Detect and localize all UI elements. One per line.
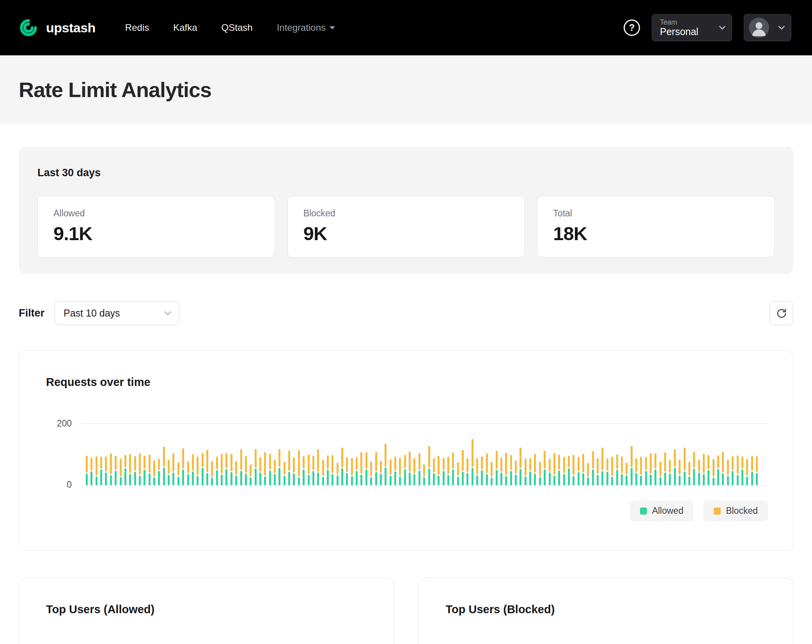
chart-bar <box>149 455 151 485</box>
chart-bar <box>553 453 555 485</box>
stat-card-allowed: Allowed 9.1K <box>37 196 275 257</box>
chart-bar <box>221 454 223 485</box>
chart-bar <box>163 446 165 485</box>
panel-title: Top Users (Allowed) <box>46 603 367 616</box>
requests-chart-card: Requests over time 200 0 Allowed Blocked <box>19 350 793 551</box>
chart-bar <box>563 457 565 485</box>
chart-bar <box>264 452 266 485</box>
stat-value: 18K <box>553 223 759 244</box>
chart-bar <box>177 462 179 485</box>
chart-bar <box>413 458 415 485</box>
stat-label: Total <box>553 208 759 219</box>
legend-allowed[interactable]: Allowed <box>630 501 694 521</box>
chart-bar <box>346 457 348 485</box>
panel-title: Top Users (Blocked) <box>446 603 766 616</box>
chart-bar <box>375 452 377 485</box>
chart-bar <box>486 453 488 485</box>
chart-bar <box>144 456 145 485</box>
nav-qstash[interactable]: QStash <box>222 22 253 33</box>
account-menu[interactable] <box>744 14 791 41</box>
chart-bar <box>187 461 189 485</box>
chart-bar <box>96 456 98 485</box>
chart-bar <box>390 459 392 485</box>
chart-bar <box>496 451 498 485</box>
chart-bar <box>216 456 218 485</box>
nav-integrations[interactable]: Integrations <box>277 22 335 33</box>
chart-bar <box>481 456 483 485</box>
chart-bar <box>635 458 637 485</box>
chart-bar <box>129 454 131 485</box>
chart-bar <box>732 456 734 485</box>
chart-bar <box>105 456 107 485</box>
time-range-select[interactable]: Past 10 days <box>55 301 179 325</box>
chart-bar <box>741 456 743 485</box>
chart-bar <box>202 453 204 485</box>
chart-bar <box>597 458 599 485</box>
refresh-button[interactable] <box>769 301 793 325</box>
top-nav: upstash Redis Kafka QStash Integrations … <box>0 0 812 55</box>
chart-bar <box>423 464 425 485</box>
chart-bar <box>573 455 574 485</box>
chart-bar <box>472 439 473 485</box>
chart-bar <box>693 451 695 485</box>
chart-bar <box>746 459 748 485</box>
chart-bar <box>722 452 724 485</box>
stat-value: 9K <box>303 223 509 244</box>
chart-bar <box>250 464 252 485</box>
chart-bar <box>640 456 642 485</box>
chevron-down-icon <box>164 311 171 315</box>
brand[interactable]: upstash <box>17 16 96 39</box>
chart-bar <box>466 458 468 485</box>
chart-bar <box>269 454 271 485</box>
y-tick-0: 0 <box>67 479 72 490</box>
chart-bar <box>235 461 237 485</box>
nav-redis[interactable]: Redis <box>125 22 149 33</box>
nav-kafka[interactable]: Kafka <box>173 22 197 33</box>
chart-bar <box>654 453 656 485</box>
chart-bar <box>240 449 242 485</box>
top-users-allowed-panel: Top Users (Allowed) <box>19 578 394 644</box>
chart-bar <box>582 454 584 485</box>
chart-bars <box>86 400 758 485</box>
nav-integrations-label: Integrations <box>277 22 326 33</box>
chart-bar <box>90 458 92 485</box>
chart-bar <box>660 462 661 485</box>
chart-bar <box>100 456 102 485</box>
chart-bar <box>370 462 372 485</box>
chart-bar <box>558 455 560 485</box>
refresh-icon <box>776 308 787 319</box>
chart-bar <box>500 458 502 485</box>
chart-bar <box>568 456 570 485</box>
filter-label: Filter <box>19 307 44 319</box>
chart-bar <box>230 454 232 485</box>
team-selector[interactable]: Team Personal <box>652 14 732 41</box>
chart-bar <box>274 460 276 485</box>
chart-bar <box>110 453 112 485</box>
chart-bar <box>385 444 386 485</box>
chart-bar <box>621 456 623 485</box>
chart-bar <box>124 455 126 485</box>
chart-bar <box>476 458 478 485</box>
chart-bar <box>168 460 170 485</box>
chart-bar <box>298 450 300 485</box>
chart-bar <box>225 453 227 485</box>
chart-bar <box>698 460 700 485</box>
chart-bar <box>606 458 608 485</box>
chart-bar <box>515 460 517 485</box>
chart-bar <box>713 459 714 485</box>
chart-bar <box>457 462 459 485</box>
stat-card-blocked: Blocked 9K <box>287 196 525 257</box>
team-selector-value: Personal <box>660 26 699 37</box>
chart-bar <box>284 462 285 485</box>
stat-label: Blocked <box>303 208 509 219</box>
chart-bar <box>418 453 420 485</box>
legend-blocked[interactable]: Blocked <box>704 501 768 521</box>
chart-bar <box>549 459 551 485</box>
chart-bar <box>317 449 319 485</box>
chart-bar <box>727 460 729 485</box>
chart-bar <box>380 461 382 485</box>
chart-bar <box>153 460 155 485</box>
chart-bar <box>322 460 324 485</box>
help-icon[interactable]: ? <box>624 19 640 36</box>
stats-period-label: Last 30 days <box>37 167 775 179</box>
